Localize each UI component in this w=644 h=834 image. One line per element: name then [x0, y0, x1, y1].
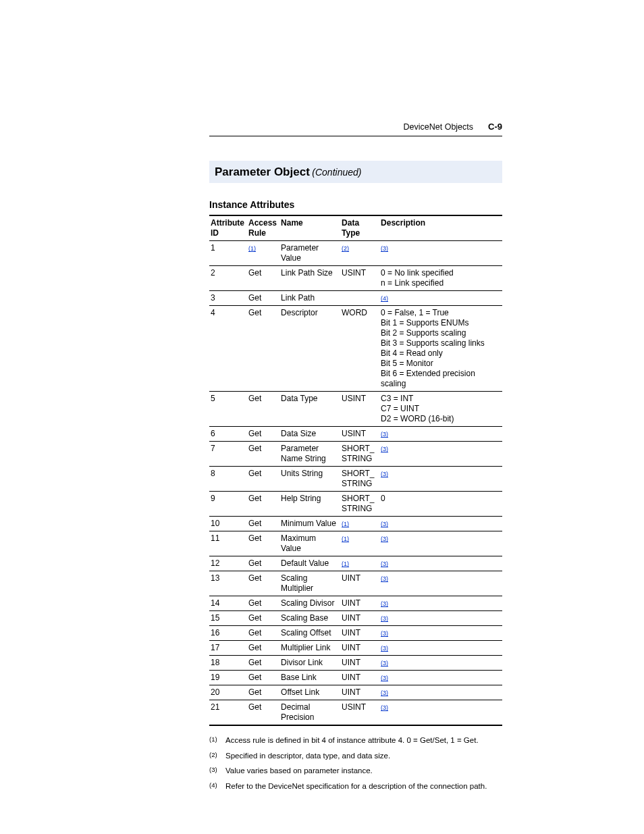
- cell-dtype: (2): [340, 241, 379, 266]
- cell-access: Get: [247, 556, 279, 571]
- cell-access: Get: [247, 442, 279, 467]
- page-number: C-9: [488, 122, 502, 132]
- cell-dtype: SHORT_ STRING: [340, 492, 379, 517]
- table-row: 9GetHelp StringSHORT_ STRING0: [209, 492, 502, 517]
- table-row: 3GetLink Path(4): [209, 291, 502, 306]
- table-row: 16GetScaling OffsetUINT(3): [209, 626, 502, 641]
- cell-dtype: UINT: [340, 685, 379, 700]
- cell-name: Descriptor: [279, 306, 340, 392]
- table-row: 17GetMultiplier LinkUINT(3): [209, 641, 502, 656]
- cell-access: Get: [247, 671, 279, 685]
- cell-dtype: USINT: [340, 427, 379, 442]
- cell-name: Data Type: [279, 392, 340, 427]
- cell-name: Parameter Name String: [279, 442, 340, 467]
- cell-name: Default Value: [279, 556, 340, 571]
- cell-desc: (3): [379, 571, 502, 596]
- cell-access: Get: [247, 611, 279, 626]
- cell-name: Parameter Value: [279, 241, 340, 266]
- cell-dtype: UINT: [340, 656, 379, 671]
- cell-dtype: (1): [340, 531, 379, 556]
- cell-attr-id: 21: [209, 700, 247, 726]
- cell-desc: (3): [379, 517, 502, 531]
- footnote-ref[interactable]: (3): [381, 431, 388, 438]
- footnote-ref[interactable]: (3): [381, 645, 388, 652]
- cell-attr-id: 18: [209, 656, 247, 671]
- footnote-ref[interactable]: (3): [381, 446, 388, 452]
- cell-attr-id: 14: [209, 596, 247, 611]
- cell-name: Link Path Size: [279, 266, 340, 291]
- cell-access: Get: [247, 291, 279, 306]
- col-attr-id: Attribute ID: [209, 215, 247, 241]
- cell-desc: 0 = No link specified n = Link specified: [379, 266, 502, 291]
- footnote-ref[interactable]: (3): [381, 561, 388, 567]
- cell-dtype: USINT: [340, 700, 379, 726]
- cell-name: Scaling Divisor: [279, 596, 340, 611]
- cell-name: Units String: [279, 467, 340, 492]
- footnote-ref[interactable]: (3): [381, 615, 388, 622]
- cell-dtype: USINT: [340, 392, 379, 427]
- cell-desc: (3): [379, 531, 502, 556]
- cell-attr-id: 2: [209, 266, 247, 291]
- cell-attr-id: 6: [209, 427, 247, 442]
- footnote-ref[interactable]: (3): [381, 471, 388, 477]
- table-row: 12GetDefault Value(1)(3): [209, 556, 502, 571]
- cell-access: Get: [247, 492, 279, 517]
- footnote-ref[interactable]: (4): [381, 295, 388, 302]
- footnote-ref[interactable]: (3): [381, 536, 388, 542]
- cell-name: Scaling Offset: [279, 626, 340, 641]
- footnote-ref[interactable]: (2): [342, 245, 349, 252]
- cell-desc: 0 = False, 1 = True Bit 1 = Supports ENU…: [379, 306, 502, 392]
- cell-attr-id: 4: [209, 306, 247, 392]
- cell-name: Offset Link: [279, 685, 340, 700]
- footnote-text: Refer to the DeviceNet specification for…: [225, 781, 487, 791]
- cell-desc: (3): [379, 685, 502, 700]
- footnote-ref[interactable]: (1): [342, 561, 349, 567]
- footnote-ref[interactable]: (3): [381, 600, 388, 607]
- table-row: 15GetScaling BaseUINT(3): [209, 611, 502, 626]
- footnote: (3)Value varies based on parameter insta…: [209, 766, 502, 775]
- cell-desc: (3): [379, 700, 502, 726]
- cell-desc: (3): [379, 596, 502, 611]
- footnote-ref[interactable]: (3): [381, 245, 388, 252]
- cell-dtype: SHORT_ STRING: [340, 467, 379, 492]
- table-row: 10GetMinimum Value(1)(3): [209, 517, 502, 531]
- table-row: 19GetBase LinkUINT(3): [209, 671, 502, 685]
- footnote-ref[interactable]: (3): [381, 660, 388, 667]
- page: DeviceNet Objects C-9 Parameter Object (…: [0, 0, 644, 834]
- cell-dtype: UINT: [340, 626, 379, 641]
- footnote-ref[interactable]: (3): [381, 521, 388, 527]
- cell-attr-id: 13: [209, 571, 247, 596]
- footnote-ref[interactable]: (3): [381, 630, 388, 637]
- cell-attr-id: 3: [209, 291, 247, 306]
- footnote-ref[interactable]: (3): [381, 704, 388, 711]
- cell-name: Divisor Link: [279, 656, 340, 671]
- cell-attr-id: 8: [209, 467, 247, 492]
- footnote-ref[interactable]: (1): [248, 245, 256, 252]
- footnote-marker: (2): [209, 751, 219, 760]
- cell-attr-id: 1: [209, 241, 247, 266]
- table-row: 8GetUnits StringSHORT_ STRING(3): [209, 467, 502, 492]
- cell-attr-id: 7: [209, 442, 247, 467]
- footnote-ref[interactable]: (3): [381, 575, 388, 582]
- cell-access: Get: [247, 517, 279, 531]
- cell-dtype: UINT: [340, 571, 379, 596]
- cell-attr-id: 9: [209, 492, 247, 517]
- cell-desc: (3): [379, 241, 502, 266]
- table-row: 7GetParameter Name StringSHORT_ STRING(3…: [209, 442, 502, 467]
- cell-name: Scaling Base: [279, 611, 340, 626]
- subheading: Instance Attributes: [209, 199, 502, 211]
- section-title: Parameter Object: [215, 165, 310, 178]
- cell-name: Data Size: [279, 427, 340, 442]
- cell-attr-id: 17: [209, 641, 247, 656]
- footnote-ref[interactable]: (1): [342, 521, 349, 527]
- footnote-ref[interactable]: (3): [381, 675, 388, 681]
- footnote-marker: (4): [209, 781, 219, 791]
- footnote-ref[interactable]: (3): [381, 689, 388, 696]
- footnote: (1)Access rule is defined in bit 4 of in…: [209, 735, 502, 745]
- cell-desc: (3): [379, 671, 502, 685]
- cell-dtype: USINT: [340, 266, 379, 291]
- cell-attr-id: 15: [209, 611, 247, 626]
- footnote-ref[interactable]: (1): [342, 536, 349, 542]
- cell-name: Link Path: [279, 291, 340, 306]
- cell-dtype: UINT: [340, 596, 379, 611]
